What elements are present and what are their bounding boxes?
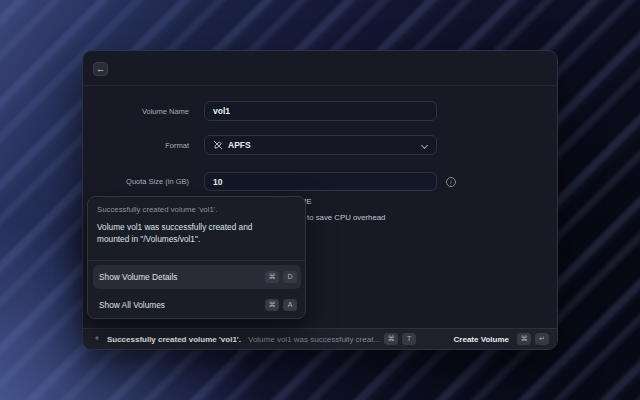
menu-item-label: Show Volume Details (99, 272, 261, 282)
create-volume-dialog: ← Volume Name Format APFS Quota Size (in… (82, 50, 558, 350)
quota-input[interactable] (204, 172, 437, 191)
status-bar: * Successfully created volume 'vol1'. Vo… (83, 328, 557, 349)
notification-popup: Successfully created volume 'vol1'. Volu… (87, 196, 306, 319)
command-key-badge: ⌘ (384, 333, 398, 345)
command-key-badge: ⌘ (265, 299, 279, 311)
create-volume-label: Create Volume (454, 335, 509, 344)
menu-item-label: Show All Volumes (99, 300, 261, 310)
command-key-badge: ⌘ (265, 271, 279, 283)
format-selected-value: APFS (228, 140, 251, 150)
notification-title: Successfully created volume 'vol1'. (97, 205, 217, 214)
format-row: Format APFS (83, 135, 437, 155)
volume-name-row: Volume Name (83, 101, 437, 121)
dialog-header: ← (83, 51, 557, 86)
popup-divider (88, 260, 305, 261)
format-label: Format (83, 141, 189, 150)
status-asterisk-icon: * (95, 336, 99, 346)
key-badge: D (283, 271, 297, 283)
chevron-down-icon (421, 142, 428, 149)
back-button[interactable]: ← (93, 62, 108, 76)
obscured-text-line2: to save CPU overhead (307, 213, 385, 222)
format-select[interactable]: APFS (204, 135, 437, 155)
status-message: Successfully created volume 'vol1'. (107, 335, 241, 344)
pencil-slash-icon (213, 140, 223, 150)
back-arrow-icon: ← (96, 64, 105, 74)
quota-row: Quota Size (in GB) i (83, 172, 456, 191)
command-key-badge: ⌘ (517, 333, 531, 345)
info-icon[interactable]: i (446, 177, 456, 187)
quota-label: Quota Size (in GB) (83, 177, 189, 186)
volume-name-label: Volume Name (83, 107, 189, 116)
key-badge: A (283, 299, 297, 311)
menu-item-show-all-volumes[interactable]: Show All Volumes ⌘ A (93, 293, 301, 317)
key-badge: T (402, 333, 416, 345)
menu-item-show-volume-details[interactable]: Show Volume Details ⌘ D (93, 265, 301, 289)
notification-body: Volume vol1 was successfully created and… (97, 222, 279, 245)
status-detail: Volume vol1 was successfully creat... (248, 335, 380, 344)
return-key-badge: ↵ (535, 333, 549, 345)
create-volume-button[interactable]: Create Volume ⌘ ↵ (454, 333, 549, 345)
volume-name-input[interactable] (204, 101, 437, 121)
